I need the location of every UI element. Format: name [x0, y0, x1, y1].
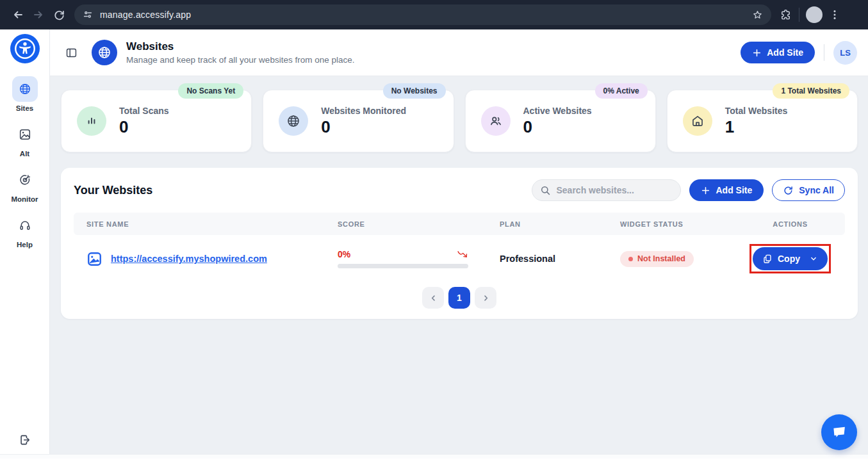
site-settings-icon[interactable] — [82, 9, 94, 20]
add-site-label: Add Site — [767, 47, 803, 58]
app-window: Sites Alt Monitor Help — [0, 29, 868, 459]
stat-badge: No Scans Yet — [178, 83, 243, 99]
sidebar-item-alt[interactable]: Alt — [12, 122, 38, 158]
search-icon — [540, 185, 551, 196]
page-subtitle: Manage and keep track of all your websit… — [126, 55, 354, 65]
header-divider — [824, 44, 824, 61]
chevron-down-icon — [809, 254, 818, 263]
logout-button[interactable] — [16, 431, 34, 451]
forward-arrow-icon — [32, 8, 45, 21]
sync-icon — [783, 185, 794, 196]
search-input[interactable] — [556, 185, 673, 195]
sync-all-button[interactable]: Sync All — [772, 179, 845, 201]
browser-reload-button[interactable] — [49, 4, 69, 25]
panel-title: Your Websites — [74, 184, 152, 197]
add-site-label: Add Site — [716, 185, 752, 195]
stat-card-websites-monitored: No Websites Websites Monitored 0 — [263, 90, 454, 152]
plus-icon — [752, 48, 762, 58]
chat-widget-button[interactable] — [821, 414, 857, 450]
page-title: Websites — [126, 40, 354, 53]
headset-icon — [19, 219, 31, 232]
browser-profile-avatar[interactable] — [806, 6, 823, 23]
browser-menu-icon[interactable] — [829, 9, 840, 20]
panel-toggle-icon — [65, 47, 78, 59]
globe-icon — [97, 45, 111, 60]
copy-label: Copy — [778, 254, 800, 264]
websites-table: SITE NAME SCORE PLAN WIDGET STATUS ACTIO… — [74, 213, 845, 282]
home-icon — [691, 114, 705, 128]
sidebar-item-label: Monitor — [11, 195, 38, 203]
plan-value: Professional — [500, 254, 555, 264]
chevron-left-icon — [429, 293, 438, 303]
bookmark-star-icon[interactable] — [751, 9, 764, 21]
stat-value: 0 — [321, 117, 406, 137]
sidebar-item-label: Alt — [20, 150, 29, 158]
search-box — [532, 179, 681, 201]
globe-icon — [286, 114, 300, 128]
your-websites-panel: Your Websites Add Site Sync All — [61, 168, 858, 319]
stat-label: Total Scans — [119, 106, 169, 116]
widget-status-text: Not Installed — [637, 254, 685, 263]
pagination-prev-button[interactable] — [422, 287, 444, 309]
stat-badge: 0% Active — [595, 83, 648, 99]
sync-all-label: Sync All — [799, 185, 834, 195]
add-site-button-panel[interactable]: Add Site — [689, 179, 764, 201]
page-icon-circle — [92, 40, 117, 65]
column-header-widget-status: WIDGET STATUS — [607, 220, 735, 228]
chat-bubble-icon — [830, 423, 848, 441]
trend-down-icon — [457, 250, 468, 259]
stat-label: Websites Monitored — [321, 106, 406, 116]
stat-label: Total Websites — [725, 106, 788, 116]
page-header: Websites Manage and keep track of all yo… — [50, 29, 868, 76]
red-annotation-highlight: Copy — [749, 244, 831, 273]
chrome-divider — [799, 8, 799, 22]
users-icon — [489, 114, 503, 128]
pagination-next-button[interactable] — [475, 287, 496, 309]
sidebar-item-monitor[interactable]: Monitor — [11, 167, 38, 203]
table-row: https://accessify.myshopwired.com 0% — [74, 235, 845, 282]
sidebar-item-sites[interactable]: Sites — [12, 76, 38, 112]
pagination: 1 — [74, 287, 845, 309]
url-bar[interactable]: manage.accessify.app — [74, 4, 771, 25]
sidebar-toggle-button[interactable] — [65, 47, 78, 59]
browser-actions — [779, 6, 840, 23]
site-image-icon — [86, 251, 102, 267]
plus-icon — [701, 186, 710, 195]
browser-back-button[interactable] — [8, 4, 28, 25]
user-avatar[interactable]: LS — [833, 41, 857, 65]
main-content: Websites Manage and keep track of all yo… — [50, 29, 868, 459]
column-header-site-name: SITE NAME — [74, 220, 325, 228]
copy-button[interactable]: Copy — [753, 247, 828, 270]
bottom-strip — [0, 454, 868, 459]
chevron-right-icon — [481, 293, 491, 303]
widget-status-badge: Not Installed — [620, 251, 694, 267]
bar-chart-icon — [85, 114, 99, 128]
sidebar-item-label: Help — [17, 241, 33, 248]
image-icon — [19, 128, 31, 141]
score-value: 0% — [338, 249, 350, 259]
site-url-link[interactable]: https://accessify.myshopwired.com — [111, 254, 267, 264]
stat-value: 1 — [725, 117, 788, 137]
stat-card-total-scans: No Scans Yet Total Scans 0 — [61, 90, 252, 152]
pagination-page-1[interactable]: 1 — [448, 287, 470, 309]
add-site-button-header[interactable]: Add Site — [741, 42, 815, 63]
stat-card-total-websites: 1 Total Websites Total Websites 1 — [667, 90, 858, 152]
stats-row: No Scans Yet Total Scans 0 No Websites W… — [50, 76, 868, 152]
score-cell: 0% — [338, 249, 468, 268]
score-progress-track — [338, 264, 468, 268]
extensions-icon[interactable] — [779, 8, 792, 22]
url-text[interactable]: manage.accessify.app — [100, 10, 745, 20]
browser-forward-button[interactable] — [28, 4, 49, 25]
accessibility-icon — [14, 38, 36, 60]
globe-icon — [19, 83, 31, 95]
stat-value: 0 — [523, 117, 592, 137]
stat-badge: No Websites — [383, 83, 446, 99]
browser-toolbar: manage.accessify.app — [0, 0, 868, 29]
sidebar-item-help[interactable]: Help — [12, 213, 38, 248]
copy-icon — [762, 254, 773, 264]
sidebar: Sites Alt Monitor Help — [0, 29, 50, 459]
accessify-logo[interactable] — [10, 34, 40, 63]
logout-icon — [19, 434, 31, 446]
sidebar-nav: Sites Alt Monitor Help — [11, 76, 38, 248]
stat-badge: 1 Total Websites — [773, 83, 849, 99]
